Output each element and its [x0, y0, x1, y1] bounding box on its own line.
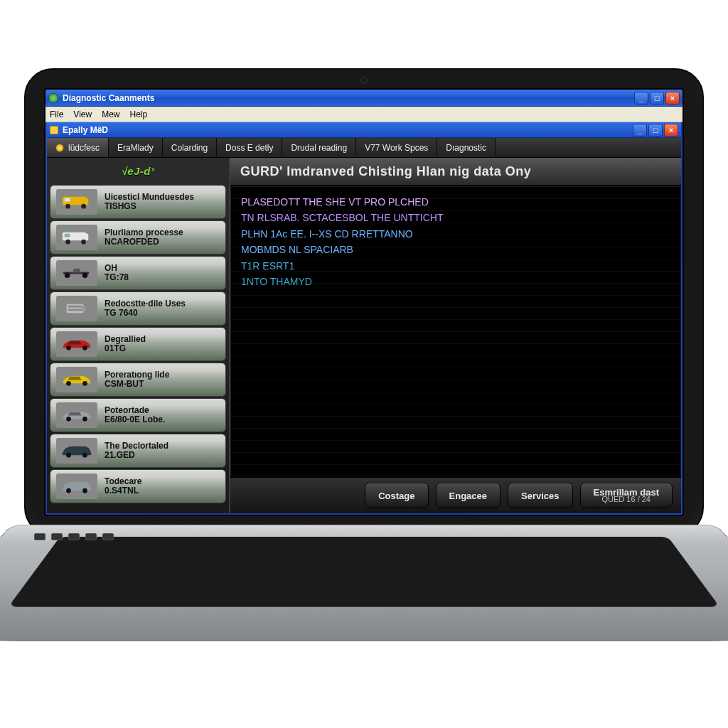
terminal-line: PLHN 1Ac EE. I--XS CD RRETTANNO — [241, 226, 670, 242]
svg-point-7 — [65, 240, 70, 245]
tab-label: lüdcfesc — [68, 143, 100, 153]
laptop-base — [0, 525, 728, 641]
child-app-icon — [50, 126, 58, 134]
sidebar-item-code: CSM-BUT — [105, 380, 169, 389]
sidebar-item[interactable]: Poteortade E6/80-0E Lobe. — [50, 398, 226, 432]
sidebar-item[interactable]: OH TG:78 — [50, 256, 226, 290]
tab-work-spces[interactable]: V77 Work Spces — [356, 138, 437, 157]
tab-doss-edetly[interactable]: Doss E detly — [217, 138, 282, 157]
sidebar-item-code: TISHGS — [105, 202, 194, 211]
menu-help[interactable]: Help — [129, 109, 147, 119]
vehicle-icon — [56, 438, 97, 464]
svg-rect-1 — [80, 198, 88, 205]
svg-point-8 — [81, 240, 86, 245]
svg-rect-13 — [73, 269, 80, 273]
main-panel: GURD' Imdranved Chisting Hlan nig data O… — [230, 158, 681, 513]
sidebar-item-text: Redocstte·dile Uses TG 7640 — [105, 299, 186, 318]
child-window-titlebar: Epally MêD _ □ × — [47, 122, 681, 138]
sidebar-item-code: 0.S4TNL — [105, 486, 141, 496]
workspace: √eJ-d¹ Uicesticl Munduesdes TISHGS Plurl… — [47, 158, 681, 513]
sidebar-item[interactable]: Plurliamo processe NCAROFDED — [50, 220, 226, 255]
svg-point-17 — [81, 306, 87, 312]
sidebar-item-code: TG:78 — [105, 273, 129, 282]
svg-rect-9 — [65, 234, 70, 237]
vehicle-icon — [56, 260, 97, 286]
tab-ludcfesc[interactable]: lüdcfesc — [47, 138, 109, 157]
svg-rect-16 — [68, 309, 82, 311]
child-window: Epally MêD _ □ × lüdcfesc EraMlady Colar… — [47, 122, 681, 513]
sidebar-item[interactable]: Uicesticl Munduesdes TISHGS — [50, 185, 226, 219]
tab-drudal-reading[interactable]: Drudal reading — [282, 138, 356, 157]
laptop-ports — [34, 533, 114, 540]
svg-point-27 — [82, 488, 87, 493]
services-button[interactable]: Services — [508, 483, 573, 508]
costage-button[interactable]: Costage — [365, 483, 428, 508]
sidebar-item-code: 21.GED — [105, 451, 168, 460]
vehicle-icon — [56, 473, 97, 499]
sidebar-item[interactable]: Degrallied 01TG — [50, 327, 226, 361]
menu-view[interactable]: View — [73, 109, 92, 119]
outer-close-button[interactable]: × — [665, 92, 680, 105]
terminal-line: T1R ESRT1 — [241, 258, 670, 274]
svg-rect-6 — [80, 234, 88, 241]
laptop-keyboard — [9, 537, 720, 607]
esmrillam-sub: QUED 16 / 24 — [602, 496, 651, 503]
menu-mew[interactable]: Mew — [102, 109, 119, 119]
menu-file[interactable]: File — [50, 109, 63, 119]
sidebar-item-text: Todecare 0.S4TNL — [105, 477, 141, 496]
screen: Diagnostic Caanments _ □ × File View Mew… — [44, 88, 684, 516]
svg-point-22 — [66, 417, 71, 422]
child-window-title: Epally MêD — [63, 125, 108, 135]
vehicle-icon — [56, 367, 97, 392]
vehicle-icon — [56, 189, 97, 215]
sidebar-item[interactable]: Poreratıong lide CSM-BUT — [50, 363, 226, 397]
svg-point-20 — [66, 381, 71, 386]
vehicle-icon — [56, 402, 97, 428]
vehicle-icon — [56, 331, 97, 357]
tab-bar: lüdcfesc EraMlady Colarding Doss E detly… — [47, 138, 681, 158]
svg-rect-4 — [65, 198, 70, 202]
outer-window-titlebar: Diagnostic Caanments _ □ × — [46, 90, 682, 107]
svg-point-3 — [81, 204, 86, 209]
brand-logo: √eJ-d¹ — [47, 158, 229, 183]
terminal-line: TN RLSRAB. SCTACESBOL THE UNTTICHT — [241, 210, 670, 225]
sidebar-item-code: 01TG — [105, 344, 146, 353]
esmrillam-button[interactable]: Esmrillam dast QUED 16 / 24 — [580, 483, 673, 508]
tab-diagnostic[interactable]: Dıagnostic — [437, 138, 496, 157]
sidebar-item-code: NCAROFDED — [105, 237, 183, 247]
svg-rect-15 — [68, 306, 82, 308]
svg-point-18 — [66, 346, 71, 350]
sidebar-item-text: The Declortaled 21.GED — [105, 441, 168, 460]
disc-icon — [55, 144, 64, 152]
outer-maximize-button[interactable]: □ — [650, 92, 664, 105]
sidebar-item[interactable]: The Declortaled 21.GED — [50, 434, 226, 468]
svg-point-2 — [65, 204, 70, 209]
tab-colarding[interactable]: Colarding — [163, 138, 217, 157]
sidebar-item-code: E6/80-0E Lobe. — [105, 415, 165, 424]
vehicle-icon — [56, 296, 97, 321]
outer-window-title: Diagnostic Caanments — [63, 93, 154, 103]
terminal-line: MOBMDS NL SPACIARB — [241, 242, 670, 257]
child-close-button[interactable]: × — [664, 124, 678, 136]
svg-point-24 — [66, 453, 71, 458]
child-maximize-button[interactable]: □ — [648, 124, 663, 136]
sidebar-item[interactable]: Todecare 0.S4TNL — [50, 469, 226, 503]
terminal-line: PLASEDOTT THE SHE VT PRO PLCHED — [241, 194, 670, 210]
sidebar: √eJ-d¹ Uicesticl Munduesdes TISHGS Plurl… — [47, 158, 230, 513]
svg-point-25 — [82, 453, 87, 458]
vehicle-icon — [56, 225, 97, 250]
outer-minimize-button[interactable]: _ — [634, 92, 648, 105]
engacee-button[interactable]: Engacee — [436, 483, 500, 508]
child-minimize-button[interactable]: _ — [633, 124, 647, 136]
sidebar-item-text: Poteortade E6/80-0E Lobe. — [105, 406, 165, 424]
laptop-frame: Diagnostic Caanments _ □ × File View Mew… — [24, 68, 704, 536]
svg-point-21 — [82, 381, 87, 386]
menu-bar: File View Mew Help — [46, 107, 682, 122]
sidebar-item[interactable]: Redocstte·dile Uses TG 7640 — [50, 291, 226, 326]
terminal-line: 1NTO THAMYD — [241, 274, 670, 289]
sidebar-item-text: Poreratıong lide CSM-BUT — [105, 370, 169, 389]
svg-point-12 — [82, 273, 88, 279]
sidebar-item-text: Plurliamo processe NCAROFDED — [105, 228, 183, 247]
laptop-camera — [360, 77, 368, 84]
tab-eramlady[interactable]: EraMlady — [109, 138, 163, 157]
